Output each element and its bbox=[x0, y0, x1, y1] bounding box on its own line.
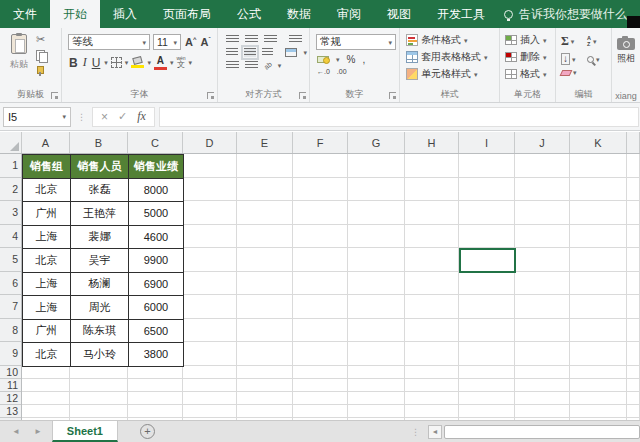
font-dialog-launcher[interactable] bbox=[207, 92, 214, 99]
name-box[interactable]: I5 ▾ bbox=[3, 107, 71, 127]
grow-font-button[interactable]: A^ bbox=[185, 36, 196, 48]
row-header[interactable]: 4 bbox=[0, 225, 21, 249]
cell[interactable]: 5000 bbox=[129, 202, 184, 226]
enter-icon[interactable]: ✓ bbox=[118, 110, 127, 123]
font-color-button[interactable]: A bbox=[154, 56, 167, 70]
col-header-a[interactable]: A bbox=[22, 132, 70, 153]
tab-data[interactable]: 数据 bbox=[274, 0, 324, 28]
cell[interactable]: 北京 bbox=[23, 178, 71, 202]
chevron-down-icon[interactable]: ▾ bbox=[336, 56, 340, 63]
col-header-d[interactable]: D bbox=[183, 132, 237, 153]
tab-page-layout[interactable]: 页面布局 bbox=[150, 0, 224, 28]
sheet-tab-sheet1[interactable]: Sheet1 bbox=[52, 421, 118, 442]
delete-cells-button[interactable]: 删除 ▾ bbox=[505, 50, 553, 64]
tab-home[interactable]: 开始 bbox=[50, 0, 100, 28]
col-header-h[interactable]: H bbox=[405, 132, 459, 153]
merge-center-icon[interactable] bbox=[285, 48, 297, 57]
cell[interactable]: 裴娜 bbox=[71, 225, 129, 249]
cell[interactable]: 上海 bbox=[23, 296, 71, 320]
camera-button[interactable]: 照相 bbox=[614, 38, 638, 65]
chevron-down-icon[interactable]: ▾ bbox=[278, 62, 282, 69]
cell[interactable]: 上海 bbox=[23, 272, 71, 296]
percent-style-button[interactable]: % bbox=[347, 54, 356, 65]
cell[interactable]: 王艳萍 bbox=[71, 202, 129, 226]
bold-button[interactable]: B bbox=[68, 56, 79, 70]
row-header[interactable]: 12 bbox=[0, 392, 21, 405]
tab-review[interactable]: 审阅 bbox=[324, 0, 374, 28]
tab-developer[interactable]: 开发工具 bbox=[424, 0, 498, 28]
cell[interactable]: 8000 bbox=[129, 178, 184, 202]
tab-view[interactable]: 视图 bbox=[374, 0, 424, 28]
cell[interactable]: 6900 bbox=[129, 272, 184, 296]
format-as-table-button[interactable]: 套用表格格式 ▾ bbox=[406, 50, 497, 64]
row-header[interactable]: 13 bbox=[0, 405, 21, 418]
fill-color-button[interactable] bbox=[131, 57, 144, 68]
hscroll-left-icon[interactable]: ◄ bbox=[428, 425, 442, 439]
align-left-icon[interactable] bbox=[226, 48, 238, 57]
format-painter-icon[interactable] bbox=[36, 66, 46, 76]
active-cell-I5[interactable] bbox=[459, 248, 516, 273]
align-right-icon[interactable] bbox=[262, 48, 274, 57]
cell[interactable]: 北京 bbox=[23, 249, 71, 273]
col-header-e[interactable]: E bbox=[237, 132, 293, 153]
borders-icon[interactable] bbox=[111, 57, 122, 68]
col-header-c[interactable]: C bbox=[128, 132, 183, 153]
sort-filter-button[interactable]: AZ ▾ bbox=[587, 34, 613, 49]
row-header[interactable]: 6 bbox=[0, 272, 21, 296]
cell[interactable]: 陈东琪 bbox=[71, 319, 129, 343]
insert-cells-button[interactable]: 插入 ▾ bbox=[505, 33, 553, 47]
row-header[interactable]: 11 bbox=[0, 379, 21, 392]
orientation-icon[interactable]: ab bbox=[263, 60, 273, 70]
chevron-down-icon[interactable]: ▾ bbox=[125, 59, 129, 66]
clear-button[interactable]: ▾ bbox=[561, 69, 587, 76]
row-header[interactable]: 5 bbox=[0, 248, 21, 272]
select-all-corner[interactable] bbox=[0, 132, 22, 153]
cell[interactable]: 马小玲 bbox=[71, 343, 129, 367]
row-header[interactable]: 7 bbox=[0, 295, 21, 319]
col-header-b[interactable]: B bbox=[70, 132, 128, 153]
col-header-i[interactable]: I bbox=[459, 132, 515, 153]
decrease-decimal-button[interactable]: .00 bbox=[337, 68, 347, 75]
col-header-k[interactable]: K bbox=[570, 132, 627, 153]
tab-formulas[interactable]: 公式 bbox=[224, 0, 274, 28]
chevron-down-icon[interactable]: ▾ bbox=[104, 59, 108, 66]
cell-styles-button[interactable]: 单元格样式 ▾ bbox=[406, 67, 497, 81]
sheet-nav-next-icon[interactable]: ► bbox=[34, 427, 42, 436]
header-sales-performance[interactable]: 销售业绩 bbox=[129, 155, 184, 179]
cell[interactable]: 6500 bbox=[129, 319, 184, 343]
increase-decimal-button[interactable]: ←.0 bbox=[317, 68, 330, 75]
cell[interactable]: 北京 bbox=[23, 343, 71, 367]
col-header-f[interactable]: F bbox=[293, 132, 348, 153]
horizontal-scrollbar[interactable] bbox=[444, 425, 640, 439]
alignment-dialog-launcher[interactable] bbox=[299, 92, 306, 99]
cell[interactable]: 6000 bbox=[129, 296, 184, 320]
cell[interactable]: 广州 bbox=[23, 202, 71, 226]
accounting-format-icon[interactable] bbox=[317, 56, 329, 63]
increase-indent-icon[interactable] bbox=[245, 61, 258, 70]
format-cells-button[interactable]: 格式 ▾ bbox=[505, 67, 553, 81]
cut-icon[interactable]: ✂ bbox=[36, 34, 47, 45]
copy-icon[interactable] bbox=[36, 50, 47, 61]
cell[interactable]: 上海 bbox=[23, 225, 71, 249]
comma-style-button[interactable]: , bbox=[362, 54, 365, 65]
col-header-j[interactable]: J bbox=[515, 132, 570, 153]
clipboard-dialog-launcher[interactable] bbox=[51, 92, 58, 99]
align-middle-icon[interactable] bbox=[245, 35, 258, 44]
chevron-down-icon[interactable]: ▾ bbox=[170, 59, 174, 66]
autosum-button[interactable]: Σ ▾ bbox=[561, 34, 587, 49]
header-salesperson[interactable]: 销售人员 bbox=[71, 155, 129, 179]
row-header[interactable]: 1 bbox=[0, 154, 21, 178]
row-header[interactable]: 3 bbox=[0, 201, 21, 225]
decrease-indent-icon[interactable] bbox=[226, 61, 239, 70]
cancel-icon[interactable]: × bbox=[101, 110, 108, 124]
header-sales-group[interactable]: 销售组 bbox=[23, 155, 71, 179]
font-name-select[interactable]: 等线 ▾ bbox=[68, 34, 150, 50]
cell[interactable]: 广州 bbox=[23, 319, 71, 343]
formula-bar-handle[interactable]: ⋮ bbox=[77, 112, 86, 122]
fill-button[interactable]: ↓ ▾ bbox=[561, 53, 587, 65]
italic-button[interactable]: I bbox=[82, 55, 88, 70]
align-center-icon[interactable] bbox=[244, 48, 256, 57]
phonetic-guide-button[interactable]: wén 文 bbox=[176, 56, 185, 69]
number-format-select[interactable]: 常规 ▾ bbox=[316, 34, 396, 50]
cell[interactable]: 周光 bbox=[71, 296, 129, 320]
